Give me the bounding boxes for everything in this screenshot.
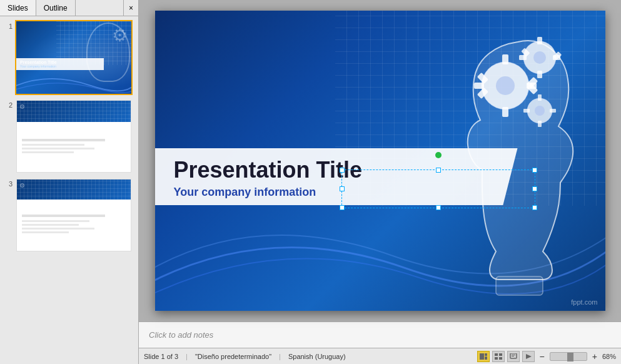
slide-number-2: 2 xyxy=(3,101,13,109)
svg-rect-15 xyxy=(537,71,542,78)
svg-rect-24 xyxy=(550,109,556,113)
status-sep-2: | xyxy=(279,353,281,360)
handle-top-center[interactable] xyxy=(436,168,441,173)
thumb-1-title: Presentation Title xyxy=(20,60,100,64)
view-sorter-button[interactable] xyxy=(492,351,505,362)
svg-rect-14 xyxy=(537,37,542,44)
main-area: Presentation Title Your company informat… xyxy=(139,0,621,364)
status-sep-1: | xyxy=(186,353,188,360)
handle-middle-right[interactable] xyxy=(532,186,537,191)
svg-rect-4 xyxy=(502,54,508,64)
panel-close-button[interactable]: × xyxy=(123,0,138,16)
status-bar: Slide 1 of 3 | "Diseño predeterminado" |… xyxy=(139,348,621,364)
thumb-1-subtitle: Your company information xyxy=(20,64,100,68)
app-body: Slides Outline × 1 ⚙ xyxy=(0,0,621,364)
slide-info: Slide 1 of 3 xyxy=(144,353,178,360)
svg-rect-31 xyxy=(495,357,498,360)
svg-marker-36 xyxy=(526,354,532,359)
language: Spanish (Uruguay) xyxy=(288,353,346,360)
handle-bottom-right[interactable] xyxy=(532,205,537,210)
svg-rect-25 xyxy=(523,109,530,113)
slide-number-3: 3 xyxy=(3,180,13,188)
slides-panel: Slides Outline × 1 ⚙ xyxy=(0,0,139,364)
slide-canvas-area: Presentation Title Your company informat… xyxy=(139,0,621,321)
svg-rect-23 xyxy=(538,121,542,127)
svg-rect-26 xyxy=(480,353,484,360)
notes-placeholder[interactable]: Click to add notes xyxy=(149,330,213,340)
status-left: Slide 1 of 3 | "Diseño predeterminado" |… xyxy=(144,353,346,360)
svg-rect-35 xyxy=(512,356,514,356)
handle-middle-left[interactable] xyxy=(340,186,345,191)
zoom-thumb[interactable] xyxy=(567,353,573,361)
theme-name: "Diseño predeterminado" xyxy=(195,353,271,360)
svg-point-3 xyxy=(496,76,515,95)
main-slide[interactable]: Presentation Title Your company informat… xyxy=(155,11,605,311)
svg-rect-34 xyxy=(512,355,515,355)
svg-rect-1 xyxy=(496,276,543,295)
slide-thumbnail-1[interactable]: ⚙ Presentation Title Your company inform… xyxy=(15,20,133,95)
tab-slides[interactable]: Slides xyxy=(0,0,36,16)
handle-bottom-left[interactable] xyxy=(340,205,345,210)
view-normal-button[interactable] xyxy=(477,351,490,362)
view-reading-button[interactable] xyxy=(507,351,520,362)
handle-top-left[interactable] xyxy=(340,168,345,173)
slide-item-2[interactable]: 2 ⚙ xyxy=(3,99,136,174)
slides-list: 1 ⚙ Presentation Title Your company info… xyxy=(0,16,138,364)
svg-rect-5 xyxy=(502,107,508,117)
slide-number-1: 1 xyxy=(3,23,13,30)
text-box-selection-wrapper[interactable] xyxy=(341,169,535,208)
text-box-selection[interactable] xyxy=(341,169,535,208)
slide-item-1[interactable]: 1 ⚙ Presentation Title Your company info… xyxy=(3,20,136,95)
status-right: − + 68% xyxy=(477,351,616,362)
svg-rect-27 xyxy=(485,353,487,356)
zoom-slider[interactable] xyxy=(550,352,587,361)
zoom-minus[interactable]: − xyxy=(540,351,545,361)
svg-point-13 xyxy=(533,51,546,64)
notes-area[interactable]: Click to add notes xyxy=(139,321,621,348)
svg-rect-32 xyxy=(499,357,502,360)
tab-outline[interactable]: Outline xyxy=(36,0,76,16)
slides-tabs: Slides Outline × xyxy=(0,0,138,16)
svg-rect-30 xyxy=(499,353,502,356)
slide-item-3[interactable]: 3 ⚙ xyxy=(3,178,136,253)
slide-thumbnail-2[interactable]: ⚙ xyxy=(15,99,133,174)
svg-rect-28 xyxy=(485,356,487,360)
svg-rect-17 xyxy=(519,55,527,60)
svg-rect-29 xyxy=(495,353,498,356)
zoom-level: 68% xyxy=(602,353,616,360)
handle-top-right[interactable] xyxy=(532,168,537,173)
slide-thumbnail-3[interactable]: ⚙ xyxy=(15,178,133,253)
zoom-plus[interactable]: + xyxy=(592,351,597,361)
view-slideshow-button[interactable] xyxy=(522,351,535,362)
watermark: fppt.com xyxy=(571,298,597,306)
handle-bottom-center[interactable] xyxy=(436,205,441,210)
gears-icon xyxy=(443,36,568,161)
svg-point-21 xyxy=(535,106,545,116)
rotation-handle[interactable] xyxy=(435,152,442,158)
svg-rect-7 xyxy=(474,83,484,89)
svg-rect-22 xyxy=(538,94,542,101)
